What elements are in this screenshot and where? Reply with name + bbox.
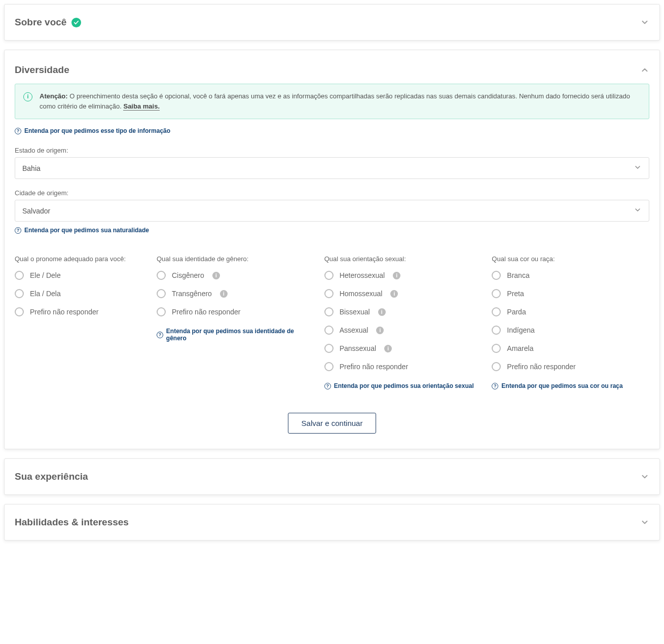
section-diversity-body: i Atenção: O preenchimento desta seção é… [5, 79, 659, 449]
orientation-option-label: Assexual [340, 326, 368, 334]
gender-option[interactable]: Prefiro não responder [157, 307, 314, 316]
city-select[interactable]: Salvador [15, 200, 649, 222]
tooltip-icon[interactable]: i [384, 345, 392, 352]
radio-icon [157, 307, 166, 316]
gender-option[interactable]: Cisgêneroi [157, 271, 314, 280]
tooltip-icon[interactable]: i [212, 272, 220, 279]
orientation-option-label: Bissexual [340, 308, 370, 316]
orientation-option[interactable]: Panssexuali [324, 344, 482, 353]
pronoun-option-label: Prefiro não responder [30, 308, 98, 316]
orientation-option-label: Panssexual [340, 344, 376, 352]
section-skills-title-text: Habilidades & interesses [15, 517, 129, 528]
check-icon [71, 18, 81, 27]
race-option[interactable]: Branca [492, 271, 649, 280]
section-skills-title: Habilidades & interesses [15, 517, 129, 528]
section-skills-header[interactable]: Habilidades & interesses [5, 505, 659, 540]
race-option-label: Branca [507, 271, 529, 279]
radio-icon [492, 289, 501, 298]
pronoun-option[interactable]: Prefiro não responder [15, 307, 146, 316]
race-option[interactable]: Amarela [492, 344, 649, 353]
orientation-title: Qual sua orientação sexual: [324, 255, 482, 263]
tooltip-icon[interactable]: i [393, 272, 400, 279]
gender-option-label: Transgênero [172, 290, 212, 298]
radio-icon [492, 271, 501, 280]
radio-columns: Qual o pronome adequado para você: Ele /… [15, 255, 649, 397]
section-diversity: Diversidade i Atenção: O preenchimento d… [4, 50, 660, 449]
help-link-naturalidade[interactable]: ? Entenda por que pedimos sua naturalida… [15, 227, 149, 234]
chevron-down-icon [634, 206, 642, 216]
state-select-value: Bahia [22, 164, 41, 172]
chevron-down-icon [640, 18, 649, 27]
race-option[interactable]: Prefiro não responder [492, 362, 649, 371]
gender-option[interactable]: Transgêneroi [157, 289, 314, 298]
orientation-option[interactable]: Assexuali [324, 326, 482, 335]
tooltip-icon[interactable]: i [220, 290, 228, 298]
chevron-up-icon [640, 65, 649, 75]
orientation-option[interactable]: Bissexuali [324, 307, 482, 316]
question-icon: ? [492, 383, 498, 389]
orientation-option[interactable]: Prefiro não responder [324, 362, 482, 371]
section-experience-title-text: Sua experiência [15, 471, 88, 482]
help-link-info-type[interactable]: ? Entenda por que pedimos esse tipo de i… [15, 127, 170, 134]
race-option[interactable]: Preta [492, 289, 649, 298]
race-option-label: Preta [507, 290, 524, 298]
info-alert: i Atenção: O preenchimento desta seção é… [15, 84, 649, 119]
radio-icon [492, 344, 501, 353]
tooltip-icon[interactable]: i [376, 327, 384, 334]
section-skills: Habilidades & interesses [4, 504, 660, 541]
question-icon: ? [324, 383, 331, 389]
radio-icon [324, 271, 334, 280]
section-about-header[interactable]: Sobre você [5, 5, 659, 40]
pronoun-option-label: Ela / Dela [30, 290, 61, 298]
section-diversity-title-text: Diversidade [15, 64, 69, 76]
orientation-option-label: Homossexual [340, 290, 383, 298]
help-link-orientation[interactable]: ? Entenda por que pedimos sua orientação… [324, 382, 474, 389]
gender-title: Qual sua identidade de gênero: [157, 255, 314, 263]
pronoun-title: Qual o pronome adequado para você: [15, 255, 146, 263]
pronoun-option-label: Ele / Dele [30, 271, 61, 279]
radio-icon [15, 307, 24, 316]
city-label: Cidade de origem: [15, 189, 649, 197]
section-diversity-header[interactable]: Diversidade [5, 50, 659, 79]
tooltip-icon[interactable]: i [378, 308, 386, 316]
radio-icon [15, 271, 24, 280]
orientation-option[interactable]: Heterossexuali [324, 271, 482, 280]
section-experience-title: Sua experiência [15, 471, 88, 482]
race-option[interactable]: Parda [492, 307, 649, 316]
save-button[interactable]: Salvar e continuar [288, 413, 377, 434]
state-select[interactable]: Bahia [15, 157, 649, 179]
help-link-gender[interactable]: ? Entenda por que pedimos sua identidade… [157, 328, 314, 342]
race-option-label: Parda [507, 308, 526, 316]
orientation-option-label: Prefiro não responder [340, 363, 408, 371]
radio-icon [492, 326, 501, 335]
learn-more-link[interactable]: Saiba mais. [123, 102, 160, 111]
info-alert-strong: Atenção: [40, 92, 68, 100]
info-icon: i [23, 92, 32, 101]
question-icon: ? [157, 332, 163, 338]
help-link-orientation-text: Entenda por que pedimos sua orientação s… [334, 382, 474, 389]
section-about: Sobre você [4, 4, 660, 41]
radio-icon [324, 289, 334, 298]
race-group: Qual sua cor ou raça: BrancaPretaPardaIn… [492, 255, 649, 397]
radio-icon [324, 344, 334, 353]
gender-option-label: Prefiro não responder [172, 308, 240, 316]
state-label: Estado de origem: [15, 147, 649, 154]
help-link-naturalidade-text: Entenda por que pedimos sua naturalidade [24, 227, 149, 234]
question-icon: ? [15, 227, 21, 234]
radio-icon [492, 362, 501, 371]
help-link-race-text: Entenda por que pedimos sua cor ou raça [501, 382, 622, 389]
radio-icon [15, 289, 24, 298]
city-select-value: Salvador [22, 207, 50, 215]
pronoun-option[interactable]: Ele / Dele [15, 271, 146, 280]
pronoun-option[interactable]: Ela / Dela [15, 289, 146, 298]
radio-icon [157, 271, 166, 280]
race-title: Qual sua cor ou raça: [492, 255, 649, 263]
radio-icon [324, 307, 334, 316]
tooltip-icon[interactable]: i [390, 290, 398, 298]
section-experience-header[interactable]: Sua experiência [5, 459, 659, 494]
race-option[interactable]: Indígena [492, 326, 649, 335]
help-link-race[interactable]: ? Entenda por que pedimos sua cor ou raç… [492, 382, 622, 389]
orientation-option[interactable]: Homossexuali [324, 289, 482, 298]
radio-icon [492, 307, 501, 316]
race-option-label: Indígena [507, 326, 535, 334]
